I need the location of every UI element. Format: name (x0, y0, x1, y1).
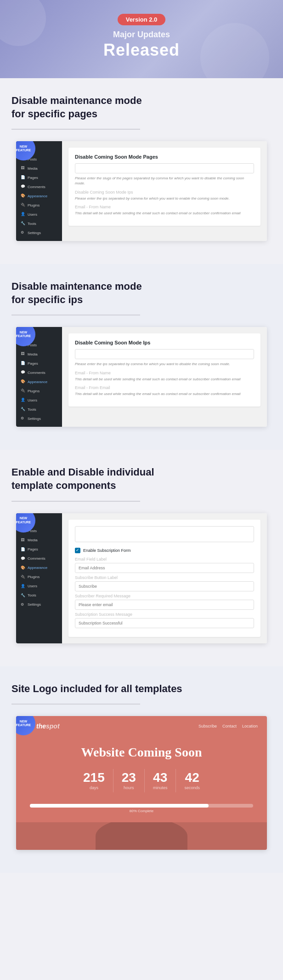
template-textarea[interactable] (75, 526, 254, 542)
settings-icon-3: ⚙ (21, 602, 25, 607)
cs-countdown: 215 days 23 hours 43 minutes 42 seconds (25, 769, 258, 792)
sidebar-item-users-3[interactable]: 👤 Users (16, 582, 62, 591)
success-msg-input[interactable] (75, 618, 254, 628)
section-1-title: Disable maintenance modefor specific pag… (11, 94, 272, 120)
minutes-label: minutes (153, 785, 168, 790)
cs-progress-wrap: 80% Complete (16, 804, 267, 822)
sidebar-item-tools-2[interactable]: 🔧 Tools (16, 405, 62, 414)
subscribe-btn-input[interactable] (75, 581, 254, 591)
sidebar-item-tools-1[interactable]: 🔧 Tools (16, 219, 62, 228)
email-from-name-label: Email - From Name (75, 371, 254, 375)
nav-location[interactable]: Location (242, 724, 258, 728)
sidebar-item-comments-2[interactable]: 💬 Comments (16, 368, 62, 377)
sidebar-item-settings-3[interactable]: ⚙ Settings (16, 600, 62, 609)
sidebar-item-appearance-3[interactable]: 🎨 Appearance (16, 563, 62, 573)
minutes-num: 43 (153, 771, 168, 784)
sidebar-item-plugins-3[interactable]: 🔌 Plugins (16, 573, 62, 582)
wp-content-2: Disable Coming Soon Mode Ips Please ente… (62, 327, 267, 427)
cs-logo-text: thespot (36, 722, 60, 730)
cs-nav-links: Subscribe Contact Location (198, 724, 258, 728)
nav-contact[interactable]: Contact (222, 724, 237, 728)
email-name-help-1: This detail will be used while sending t… (75, 211, 254, 216)
email-name-label-1: Email - From Name (75, 205, 254, 209)
appearance-icon-2: 🎨 (21, 379, 25, 384)
section-2-mockup: NEWFEATURE oard ✏ Posts 🖼 Media 📄 Pages … (16, 327, 267, 427)
pages-icon-2: 📄 (21, 361, 25, 366)
ips-label-1: Disable Coming Soon Mode Ips (75, 190, 254, 195)
sidebar-item-users-1[interactable]: 👤 Users (16, 210, 62, 219)
comments-icon-1: 💬 (21, 184, 25, 189)
wp-sidebar-3: oard ✏ Posts 🖼 Media 📄 Pages 💬 Comments … (16, 513, 62, 643)
appearance-icon-1: 🎨 (21, 194, 25, 198)
sidebar-item-comments-3[interactable]: 💬 Comments (16, 554, 62, 563)
email-field-label: Email Field Label (75, 557, 254, 562)
seconds-num: 42 (184, 771, 200, 784)
sidebar-item-tools-3[interactable]: 🔧 Tools (16, 591, 62, 600)
section-2-divider (11, 315, 140, 315)
tools-icon-3: 🔧 (21, 593, 25, 598)
header-subtitle: Major Updates (9, 30, 274, 40)
cs-progress-bar-fill (30, 804, 209, 808)
section-3-title: Enable and Disable individualtemplate co… (11, 466, 272, 492)
header-banner: Version 2.0 Major Updates Released (0, 0, 283, 78)
comments-icon-3: 💬 (21, 556, 25, 561)
appearance-icon-3: 🎨 (21, 566, 25, 570)
section-4-divider (11, 704, 140, 705)
seconds-label: seconds (184, 785, 200, 790)
hours-num: 23 (122, 771, 136, 784)
sidebar-item-media-1[interactable]: 🖼 Media (16, 164, 62, 173)
version-badge: Version 2.0 (118, 14, 166, 25)
sidebar-item-plugins-1[interactable]: 🔌 Plugins (16, 201, 62, 210)
media-icon-2: 🖼 (21, 352, 25, 356)
plugins-icon-3: 🔌 (21, 575, 25, 579)
pages-icon-1: 📄 (21, 175, 25, 180)
ips-help-text-2: Please enter the ips separated by comma … (75, 361, 254, 367)
sidebar-item-pages-2[interactable]: 📄 Pages (16, 359, 62, 368)
email-field-input[interactable] (75, 563, 254, 573)
media-icon-3: 🖼 (21, 538, 25, 543)
sidebar-item-settings-1[interactable]: ⚙ Settings (16, 228, 62, 237)
wp-panel-1: Disable Coming Soon Mode Pages Please en… (68, 148, 260, 226)
countdown-days: 215 days (75, 769, 113, 792)
sidebar-item-comments-1[interactable]: 💬 Comments (16, 182, 62, 191)
section-3-divider (11, 501, 140, 502)
countdown-seconds: 42 seconds (176, 769, 208, 792)
pages-slugs-input[interactable] (75, 163, 254, 173)
sidebar-item-plugins-2[interactable]: 🔌 Plugins (16, 386, 62, 395)
sidebar-item-pages-3[interactable]: 📄 Pages (16, 545, 62, 554)
wp-content-1: Disable Coming Soon Mode Pages Please en… (62, 141, 267, 241)
plugins-icon-2: 🔌 (21, 389, 25, 393)
subscription-form-label: Enable Subscription Form (83, 548, 131, 553)
settings-icon-2: ⚙ (21, 416, 25, 421)
section-4: Site Logo included for all templates NEW… (0, 666, 283, 873)
panel-title-2: Disable Coming Soon Mode Ips (75, 340, 254, 345)
email-from-email-label: Email - From Email (75, 385, 254, 390)
countdown-minutes: 43 minutes (145, 769, 176, 792)
subscription-form-row: Enable Subscription Form (75, 548, 254, 553)
sidebar-item-settings-2[interactable]: ⚙ Settings (16, 414, 62, 423)
coming-soon-preview: NEWFEATURE 📍 thespot Subscribe Contact L… (16, 716, 267, 850)
sidebar-item-appearance-1[interactable]: 🎨 Appearance (16, 191, 62, 201)
ips-input[interactable] (75, 349, 254, 359)
cs-progress-label: 80% Complete (30, 809, 253, 813)
required-msg-input[interactable] (75, 600, 254, 610)
users-icon-3: 👤 (21, 584, 25, 589)
section-2-title: Disable maintenance modefor specific ips (11, 280, 272, 306)
nav-subscribe[interactable]: Subscribe (198, 724, 217, 728)
subscription-form-checkbox[interactable] (75, 548, 80, 553)
sidebar-item-media-3[interactable]: 🖼 Media (16, 536, 62, 545)
email-from-email-help: This detail will be used while sending t… (75, 391, 254, 396)
sidebar-item-pages-1[interactable]: 📄 Pages (16, 173, 62, 182)
users-icon-1: 👤 (21, 212, 25, 217)
cs-nav: 📍 thespot Subscribe Contact Location (16, 716, 267, 736)
sidebar-item-media-2[interactable]: 🖼 Media (16, 350, 62, 359)
countdown-hours: 23 hours (113, 769, 145, 792)
pages-icon-3: 📄 (21, 547, 25, 552)
wp-content-3: Enable Subscription Form Email Field Lab… (62, 513, 267, 643)
sidebar-item-appearance-2[interactable]: 🎨 Appearance (16, 377, 62, 386)
email-from-name-help: This detail will be used while sending t… (75, 377, 254, 382)
sidebar-item-users-2[interactable]: 👤 Users (16, 395, 62, 405)
subscribe-btn-label: Subscribe Button Label (75, 575, 254, 580)
hours-label: hours (122, 785, 136, 790)
cs-main: Website Coming Soon 215 days 23 hours 43… (16, 736, 267, 804)
